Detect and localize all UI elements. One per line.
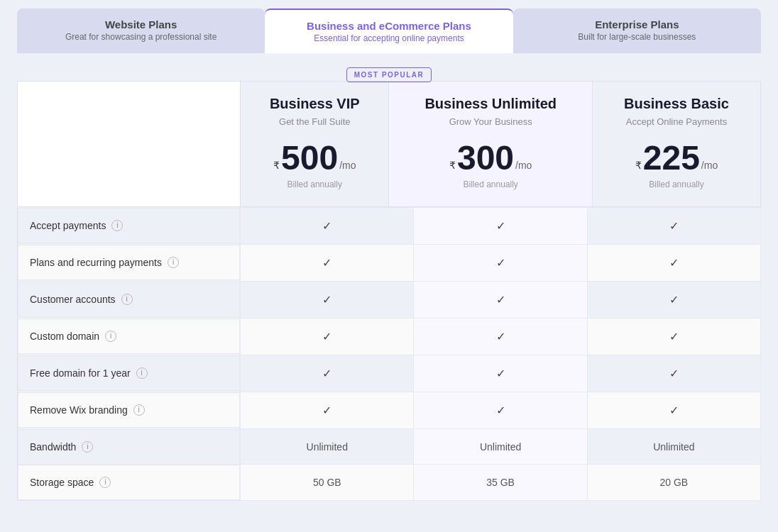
plan-header-row: Business VIP Get the Full Suite ₹ 500 /m… (18, 82, 761, 207)
plan-unlimited-name: Business Unlimited (400, 96, 581, 112)
feature-row: Free domain for 1 year i ✓✓✓ (18, 355, 761, 392)
feature-row: Plans and recurring payments i ✓✓✓ (18, 245, 761, 282)
value-text: 20 GB (660, 477, 689, 488)
plan-basic-tagline: Accept Online Payments (604, 116, 749, 127)
plan-unlimited-price-row: ₹ 300 /mo (400, 141, 581, 175)
info-icon[interactable]: i (121, 294, 133, 305)
info-icon[interactable]: i (105, 331, 116, 342)
feature-row: Bandwidth i UnlimitedUnlimitedUnlimited (18, 429, 761, 465)
plan-basic-name: Business Basic (604, 96, 749, 112)
check-icon: ✓ (496, 220, 505, 232)
plan-unlimited-price-block: ₹ 300 /mo Billed annually (400, 141, 581, 189)
feature-row: Remove Wix branding i ✓✓✓ (18, 392, 761, 429)
feature-basic-value: ✓ (587, 392, 760, 429)
plan-vip-tagline: Get the Full Suite (252, 116, 377, 127)
feature-unlimited-value: ✓ (414, 392, 587, 429)
plan-basic-header: Business Basic Accept Online Payments ₹ … (592, 82, 760, 207)
check-icon: ✓ (669, 220, 679, 232)
tab-website[interactable]: Website Plans Great for showcasing a pro… (17, 9, 265, 53)
feature-basic-value: ✓ (587, 282, 760, 318)
plan-unlimited-amount: 300 (457, 141, 514, 175)
value-text: 35 GB (486, 477, 515, 488)
plan-unlimited-header: Business Unlimited Grow Your Business ₹ … (389, 82, 593, 207)
feature-vip-value: ✓ (241, 318, 414, 355)
feature-unlimited-value: ✓ (414, 318, 587, 355)
tab-business-title: Business and eCommerce Plans (279, 20, 498, 32)
info-icon[interactable]: i (82, 441, 93, 453)
feature-row: Custom domain i ✓✓✓ (18, 318, 761, 355)
feature-label-text: Plans and recurring payments (30, 257, 162, 268)
info-icon[interactable]: i (111, 220, 123, 231)
check-icon: ✓ (496, 257, 505, 269)
info-icon[interactable]: i (133, 404, 145, 416)
tab-website-title: Website Plans (31, 18, 251, 31)
check-icon: ✓ (322, 294, 332, 306)
feature-label-text: Customer accounts (30, 294, 116, 305)
plan-vip-currency: ₹ (273, 160, 280, 171)
value-text: 50 GB (313, 477, 341, 488)
feature-basic-value: ✓ (587, 245, 760, 282)
tab-enterprise-subtitle: Built for large-scale businesses (527, 32, 747, 42)
tab-business-subtitle: Essential for accepting online payments (279, 33, 498, 43)
features-table: Accept payments i ✓✓✓ Plans and recurrin… (17, 207, 761, 501)
feature-label-text: Bandwidth (30, 441, 76, 453)
feature-label-text: Free domain for 1 year (30, 367, 131, 379)
check-icon: ✓ (322, 404, 332, 416)
plan-vip-price-block: ₹ 500 /mo Billed annually (252, 141, 377, 189)
check-icon: ✓ (669, 404, 679, 416)
feature-basic-value: ✓ (587, 355, 760, 392)
check-icon: ✓ (322, 367, 332, 379)
feature-vip-value: Unlimited (241, 429, 414, 465)
plan-basic-amount: 225 (643, 141, 700, 175)
check-icon: ✓ (669, 294, 679, 306)
feature-row: Customer accounts i ✓✓✓ (18, 282, 761, 318)
feature-vip-value: ✓ (241, 208, 414, 245)
info-icon[interactable]: i (99, 477, 111, 488)
header-empty-cell (18, 82, 241, 207)
tab-enterprise[interactable]: Enterprise Plans Built for large-scale b… (513, 9, 761, 53)
tab-business[interactable]: Business and eCommerce Plans Essential f… (265, 9, 513, 53)
value-text: Unlimited (480, 441, 521, 453)
feature-label-text: Storage space (30, 477, 94, 488)
plan-unlimited-currency: ₹ (449, 160, 456, 171)
value-text: Unlimited (307, 441, 348, 453)
plan-vip-header: Business VIP Get the Full Suite ₹ 500 /m… (241, 82, 389, 207)
plan-vip-price-row: ₹ 500 /mo (252, 141, 377, 175)
info-icon[interactable]: i (168, 257, 179, 268)
info-icon[interactable]: i (136, 367, 148, 379)
feature-basic-value: 20 GB (587, 465, 760, 501)
plan-basic-price-block: ₹ 225 /mo Billed annually (604, 141, 749, 189)
feature-unlimited-value: ✓ (414, 282, 587, 318)
check-icon: ✓ (322, 220, 332, 232)
check-icon: ✓ (496, 331, 505, 343)
check-icon: ✓ (322, 257, 332, 269)
most-popular-label: MOST POPULAR (17, 67, 761, 82)
feature-basic-value: ✓ (587, 208, 760, 245)
feature-basic-value: ✓ (587, 318, 760, 355)
plan-basic-billing: Billed annually (604, 179, 749, 189)
plan-vip-name: Business VIP (252, 96, 377, 112)
feature-row: Accept payments i ✓✓✓ (18, 208, 761, 245)
tab-website-subtitle: Great for showcasing a professional site (31, 32, 251, 42)
feature-unlimited-value: ✓ (414, 208, 587, 245)
most-popular-badge: MOST POPULAR (346, 67, 432, 82)
comparison-table: Business VIP Get the Full Suite ₹ 500 /m… (17, 81, 761, 207)
feature-vip-value: ✓ (241, 392, 414, 429)
plans-wrapper: MOST POPULAR Business VIP Get the Full S… (17, 67, 761, 501)
value-text: Unlimited (653, 441, 694, 453)
plan-unlimited-period: /mo (515, 160, 532, 171)
check-icon: ✓ (496, 404, 505, 416)
feature-unlimited-value: ✓ (414, 245, 587, 282)
tab-bar: Website Plans Great for showcasing a pro… (0, 0, 778, 53)
feature-vip-value: ✓ (241, 282, 414, 318)
check-icon: ✓ (669, 331, 679, 343)
plan-basic-price-row: ₹ 225 /mo (604, 141, 749, 175)
feature-vip-value: ✓ (241, 245, 414, 282)
feature-vip-value: 50 GB (241, 465, 414, 501)
plan-basic-currency: ₹ (635, 160, 642, 171)
check-icon: ✓ (496, 294, 505, 306)
plan-basic-period: /mo (701, 160, 718, 171)
feature-basic-value: Unlimited (587, 429, 760, 465)
feature-label-text: Remove Wix branding (30, 404, 128, 416)
feature-label-text: Custom domain (30, 331, 99, 342)
